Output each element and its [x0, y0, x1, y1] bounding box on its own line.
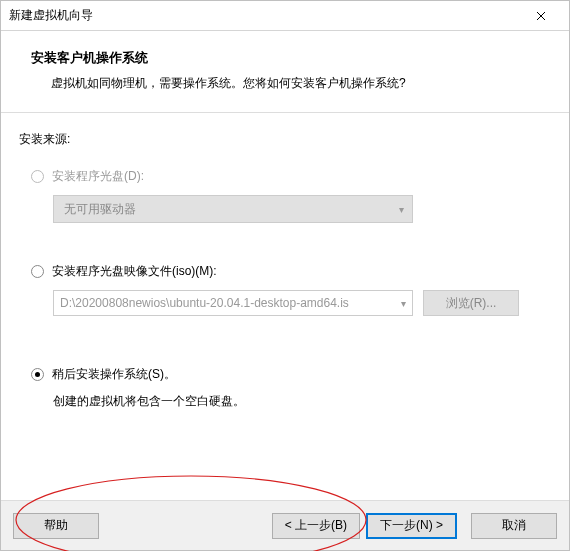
cancel-button[interactable]: 取消 — [471, 513, 557, 539]
next-button[interactable]: 下一步(N) > — [366, 513, 457, 539]
drive-combo[interactable]: 无可用驱动器 ▾ — [53, 195, 413, 223]
body-area: 安装来源: 安装程序光盘(D): 无可用驱动器 ▾ 安装程序光盘映像文件(iso… — [1, 113, 569, 500]
wizard-window: 新建虚拟机向导 安装客户机操作系统 虚拟机如同物理机，需要操作系统。您将如何安装… — [0, 0, 570, 551]
drive-combo-value: 无可用驱动器 — [64, 201, 136, 218]
radio-later-label: 稍后安装操作系统(S)。 — [52, 366, 176, 383]
help-button-label: 帮助 — [44, 517, 68, 534]
back-button[interactable]: < 上一步(B) — [272, 513, 360, 539]
iso-path-value: D:\20200808newios\ubuntu-20.04.1-desktop… — [60, 296, 349, 310]
option-later: 稍后安装操作系统(S)。 创建的虚拟机将包含一个空白硬盘。 — [19, 366, 551, 410]
window-title: 新建虚拟机向导 — [9, 7, 93, 24]
radio-disc[interactable] — [31, 170, 44, 183]
titlebar: 新建虚拟机向导 — [1, 1, 569, 31]
option-later-desc: 创建的虚拟机将包含一个空白硬盘。 — [53, 393, 551, 410]
iso-path-input[interactable]: D:\20200808newios\ubuntu-20.04.1-desktop… — [53, 290, 413, 316]
page-title: 安装客户机操作系统 — [31, 49, 539, 67]
footer: 帮助 < 上一步(B) 下一步(N) > 取消 — [1, 500, 569, 550]
browse-button[interactable]: 浏览(R)... — [423, 290, 519, 316]
next-button-label: 下一步(N) > — [380, 517, 443, 534]
content-area: 安装客户机操作系统 虚拟机如同物理机，需要操作系统。您将如何安装客户机操作系统?… — [1, 31, 569, 550]
back-button-label: < 上一步(B) — [285, 517, 347, 534]
option-disc: 安装程序光盘(D): 无可用驱动器 ▾ — [19, 168, 551, 223]
help-button[interactable]: 帮助 — [13, 513, 99, 539]
chevron-down-icon: ▾ — [399, 204, 404, 215]
radio-later[interactable] — [31, 368, 44, 381]
page-subtitle: 虚拟机如同物理机，需要操作系统。您将如何安装客户机操作系统? — [31, 75, 539, 92]
radio-iso-label: 安装程序光盘映像文件(iso)(M): — [52, 263, 217, 280]
radio-disc-label: 安装程序光盘(D): — [52, 168, 144, 185]
header-area: 安装客户机操作系统 虚拟机如同物理机，需要操作系统。您将如何安装客户机操作系统? — [1, 31, 569, 112]
browse-button-label: 浏览(R)... — [446, 295, 497, 312]
option-iso: 安装程序光盘映像文件(iso)(M): D:\20200808newios\ub… — [19, 263, 551, 316]
close-button[interactable] — [521, 2, 561, 30]
close-icon — [536, 11, 546, 21]
radio-iso[interactable] — [31, 265, 44, 278]
chevron-down-icon: ▾ — [397, 298, 406, 309]
cancel-button-label: 取消 — [502, 517, 526, 534]
source-label: 安装来源: — [19, 131, 551, 148]
